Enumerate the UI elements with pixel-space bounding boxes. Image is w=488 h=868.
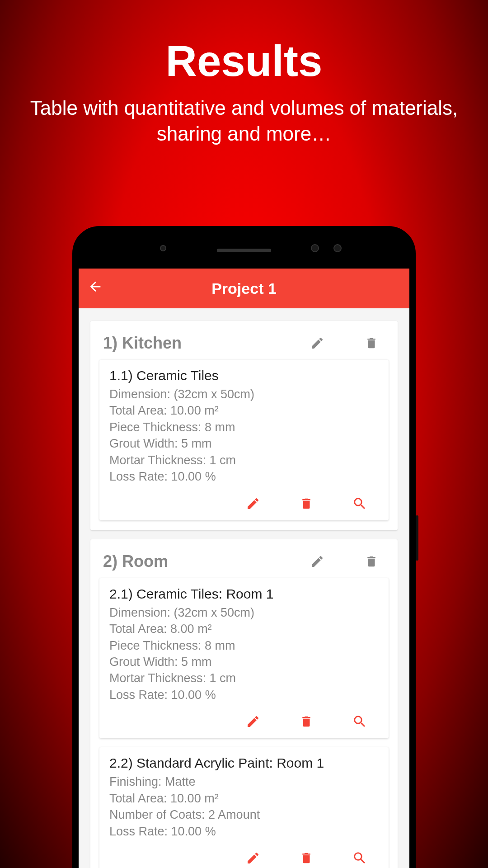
hero-subtitle: Table with quantitative and volumes of m… (0, 86, 488, 146)
content-area: 1) Kitchen 1.1) Ceramic Tiles Dimension:… (79, 308, 409, 868)
item-detail: Dimension: (32cm x 50cm) (109, 604, 379, 621)
item-detail: Mortar Thickness: 1 cm (109, 670, 379, 686)
search-item-button[interactable] (346, 714, 373, 729)
edit-section-button[interactable] (304, 554, 331, 569)
item-detail: Finishing: Matte (109, 774, 379, 790)
item-detail: Piece Thickness: 8 mm (109, 419, 379, 435)
item-detail: Number of Coats: 2 Amount (109, 807, 379, 823)
phone-speaker (217, 249, 271, 252)
phone-inner: Project 1 1) Kitchen 1.1) Ce (79, 232, 409, 868)
item-card: 1.1) Ceramic Tiles Dimension: (32cm x 50… (99, 360, 389, 520)
camera-dot (311, 244, 319, 252)
section-title: 2) Room (103, 552, 304, 571)
camera-dot (333, 244, 342, 252)
item-detail: Grout Width: 5 mm (109, 654, 379, 670)
phone-notch (79, 232, 409, 269)
edit-item-button[interactable] (239, 496, 267, 511)
delete-section-button[interactable] (358, 555, 385, 568)
item-detail: Total Area: 10.00 m² (109, 402, 379, 419)
search-item-button[interactable] (346, 496, 373, 511)
app-bar-title: Project 1 (79, 280, 409, 297)
app-bar: Project 1 (79, 269, 409, 308)
phone-side-button (416, 515, 418, 561)
delete-item-button[interactable] (293, 714, 320, 729)
item-actions (109, 703, 379, 733)
phone-frame: Project 1 1) Kitchen 1.1) Ce (72, 226, 416, 868)
item-detail: Grout Width: 5 mm (109, 435, 379, 452)
section-card: 1) Kitchen 1.1) Ceramic Tiles Dimension:… (90, 321, 398, 530)
item-detail: Dimension: (32cm x 50cm) (109, 386, 379, 402)
section-card: 2) Room 2.1) Ceramic Tiles: Room 1 Dimen… (90, 539, 398, 868)
item-detail: Mortar Thickness: 1 cm (109, 452, 379, 468)
section-header: 1) Kitchen (90, 321, 398, 358)
edit-section-button[interactable] (304, 336, 331, 350)
item-detail: Total Area: 8.00 m² (109, 621, 379, 637)
edit-item-button[interactable] (239, 714, 267, 729)
delete-section-button[interactable] (358, 336, 385, 350)
item-detail: Total Area: 10.00 m² (109, 790, 379, 807)
back-button[interactable] (88, 279, 103, 298)
item-title: 1.1) Ceramic Tiles (109, 368, 379, 383)
item-detail: Piece Thickness: 8 mm (109, 637, 379, 654)
item-card: 2.1) Ceramic Tiles: Room 1 Dimension: (3… (99, 578, 389, 739)
sensor-dot (160, 245, 166, 251)
item-detail: Loss Rate: 10.00 % (109, 687, 379, 703)
item-actions (109, 485, 379, 515)
section-title: 1) Kitchen (103, 334, 304, 353)
delete-item-button[interactable] (293, 496, 320, 511)
delete-item-button[interactable] (293, 850, 320, 866)
item-detail: Loss Rate: 10.00 % (109, 823, 379, 840)
edit-item-button[interactable] (239, 850, 267, 866)
app-screen: Project 1 1) Kitchen 1.1) Ce (79, 269, 409, 868)
item-actions (109, 840, 379, 868)
item-title: 2.2) Standard Acrylic Paint: Room 1 (109, 755, 379, 771)
section-header: 2) Room (90, 539, 398, 576)
item-title: 2.1) Ceramic Tiles: Room 1 (109, 586, 379, 602)
item-card: 2.2) Standard Acrylic Paint: Room 1 Fini… (99, 747, 389, 868)
hero-title: Results (0, 0, 488, 86)
search-item-button[interactable] (346, 850, 373, 866)
item-detail: Loss Rate: 10.00 % (109, 468, 379, 485)
